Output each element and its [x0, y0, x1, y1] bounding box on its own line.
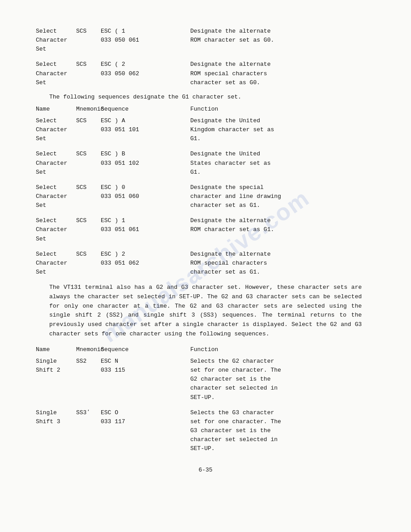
- g0-entry-1: Select Character Set SCS ESC ( 1 033 050…: [36, 27, 375, 54]
- g0-entry-2-name: Select Character Set: [36, 60, 76, 87]
- g1-entry-0-name: Select Character Set: [36, 116, 76, 143]
- g1-entry-0-sequence: ESC ) A 033 051 101: [101, 116, 190, 143]
- g1-col-name-header: Name: [36, 105, 76, 114]
- g2g3-entry-0: Single Shift 2 SS2 ESC N 033 115 Selects…: [36, 357, 375, 402]
- g0-entry-1-function: Designate the alternate ROM character se…: [190, 27, 375, 54]
- g1-entry-1-name: Select Character Set: [36, 150, 76, 176]
- g2g3-entry-0-sequence: ESC N 033 115: [101, 357, 190, 402]
- g1-col-function-header: Function: [190, 105, 375, 114]
- g2g3-entry-1-sequence: ESC O 033 117: [101, 408, 190, 454]
- g1-entry-3-name: Select Character Set: [36, 216, 76, 243]
- g1-entry-2-sequence: ESC ) 0 033 051 060: [101, 183, 190, 210]
- g1-section-header: The following sequences designate the G1…: [49, 94, 375, 100]
- g2g3-column-headers: Name Mnemonic Sequence Function: [36, 345, 375, 354]
- g1-col-mnemonic-header: Mnemonic: [76, 105, 101, 114]
- g1-col-sequence-header: Sequence: [101, 105, 190, 114]
- g1-entry-1-sequence: ESC ) B 033 051 102: [101, 150, 190, 176]
- vt131-paragraph: The VT131 terminal also has a G2 and G3 …: [49, 283, 362, 339]
- g2g3-col-sequence-header: Sequence: [101, 345, 190, 354]
- g1-entry-3: Select Character Set SCS ESC ) 1 033 051…: [36, 216, 375, 243]
- g0-entry-2-mnemonic: SCS: [76, 60, 101, 87]
- g1-entry-0-function: Designate the United Kingdom character s…: [190, 116, 375, 143]
- g0-entry-1-sequence: ESC ( 1 033 050 061: [101, 27, 190, 54]
- g1-entry-3-sequence: ESC ) 1 033 051 061: [101, 216, 190, 243]
- g2g3-entry-1-name: Single Shift 3: [36, 408, 76, 454]
- g0-entry-2-sequence: ESC ( 2 033 050 062: [101, 60, 190, 87]
- g1-entry-4-mnemonic: SCS: [76, 250, 101, 277]
- g1-entry-2: Select Character Set SCS ESC ) 0 033 051…: [36, 183, 375, 210]
- g1-entry-3-mnemonic: SCS: [76, 216, 101, 243]
- g1-entry-4-function: Designate the alternate ROM special char…: [190, 250, 375, 277]
- g1-entry-1-mnemonic: SCS: [76, 150, 101, 176]
- g1-entry-2-mnemonic: SCS: [76, 183, 101, 210]
- g1-column-headers: Name Mnemonic Sequence Function: [36, 105, 375, 114]
- g2g3-col-name-header: Name: [36, 345, 76, 354]
- g0-entry-1-name: Select Character Set: [36, 27, 76, 54]
- g1-entry-3-function: Designate the alternate ROM character se…: [190, 216, 375, 243]
- g2g3-entry-0-name: Single Shift 2: [36, 357, 76, 402]
- g0-entry-2: Select Character Set SCS ESC ( 2 033 050…: [36, 60, 375, 87]
- g1-entry-4-name: Select Character Set: [36, 250, 76, 277]
- g1-entry-2-function: Designate the special character and line…: [190, 183, 375, 210]
- g2g3-section: Single Shift 2 SS2 ESC N 033 115 Selects…: [36, 357, 375, 453]
- g0-entry-1-mnemonic: SCS: [76, 27, 101, 54]
- g1-section: Select Character Set SCS ESC ) A 033 051…: [36, 116, 375, 277]
- g1-entry-4: Select Character Set SCS ESC ) 2 033 051…: [36, 250, 375, 277]
- g1-entry-4-sequence: ESC ) 2 033 051 062: [101, 250, 190, 277]
- page: manualsarchive.com Select Character Set …: [0, 0, 411, 532]
- g1-entry-2-name: Select Character Set: [36, 183, 76, 210]
- page-number: 6-35: [36, 467, 375, 473]
- g0-section: Select Character Set SCS ESC ( 1 033 050…: [36, 27, 375, 87]
- g2g3-entry-0-function: Selects the G2 character set for one cha…: [190, 357, 375, 402]
- g2g3-entry-1-function: Selects the G3 character set for one cha…: [190, 408, 375, 454]
- g2g3-entry-0-mnemonic: SS2: [76, 357, 101, 402]
- g2g3-entry-1: Single Shift 3 SS3ʹ ESC O 033 117 Select…: [36, 408, 375, 454]
- g2g3-col-mnemonic-header: Mnemonic: [76, 345, 101, 354]
- g2g3-entry-1-mnemonic: SS3ʹ: [76, 408, 101, 454]
- g1-entry-0-mnemonic: SCS: [76, 116, 101, 143]
- g0-entry-2-function: Designate the alternate ROM special char…: [190, 60, 375, 87]
- g1-entry-0: Select Character Set SCS ESC ) A 033 051…: [36, 116, 375, 143]
- g1-entry-1-function: Designate the United States character se…: [190, 150, 375, 176]
- g1-entry-1: Select Character Set SCS ESC ) B 033 051…: [36, 150, 375, 176]
- g2g3-col-function-header: Function: [190, 345, 375, 354]
